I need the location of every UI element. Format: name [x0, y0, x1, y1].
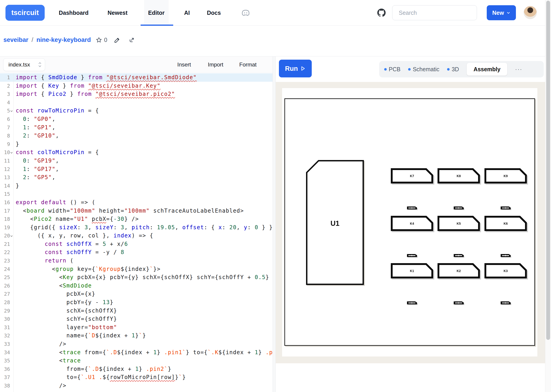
code-line[interactable]: 3import { Pico2 } from "@tsci/seveibar.p… [0, 90, 272, 98]
code-line[interactable]: 24 <group key={`Kgroup${index}`}> [0, 265, 272, 273]
breadcrumb-owner[interactable]: seveibar [3, 36, 29, 43]
code-text[interactable]: export default () => ( [16, 199, 95, 206]
avatar[interactable] [524, 6, 537, 19]
assembly-key-k3[interactable]: K3 [485, 263, 527, 278]
import-button[interactable]: Import [208, 56, 223, 73]
code-line[interactable]: 5const rowToMicroPin = { [0, 106, 272, 115]
assembly-key-k4[interactable]: K4 [391, 216, 433, 231]
assembly-diode[interactable] [501, 254, 511, 257]
code-line[interactable]: 32 name={`D${index + 1}`} [0, 331, 272, 340]
code-line[interactable]: 29 schX={schOffX} [0, 307, 272, 315]
code-text[interactable]: <group key={`Kgroup${index}`}> [16, 266, 161, 272]
nav-item-ai[interactable]: AI [180, 0, 194, 26]
code-text[interactable]: const schOffY = -y / 8 [16, 249, 124, 255]
code-line[interactable]: 18 <Pico2 name="U1" pcbX={-30} /> [0, 215, 272, 223]
edit-pencil-icon[interactable] [114, 37, 121, 43]
code-text[interactable]: import { SmdDiode } from "@tsci/seveibar… [16, 74, 197, 81]
code-text[interactable]: <Key pcbX={x} pcbY={y} schX={schOffX} sc… [16, 274, 272, 280]
insert-button[interactable]: Insert [177, 56, 191, 73]
pane-splitter[interactable] [272, 56, 276, 392]
nav-item-docs[interactable]: Docs [203, 0, 225, 26]
code-line[interactable]: 30 schY={schOffY} [0, 315, 272, 323]
code-line[interactable]: 8 2: "GP10", [0, 132, 272, 140]
code-line[interactable]: 21 const schOffX = 5 + x/6 [0, 240, 272, 248]
code-text[interactable]: const schOffX = 5 + x/6 [16, 241, 128, 247]
code-text[interactable]: to={`.U1 .${rowToMicroPin[row]}`} [16, 374, 186, 380]
assembly-chip-u1[interactable]: U1 [306, 160, 364, 285]
code-line[interactable]: 1import { SmdDiode } from "@tsci/seveiba… [0, 73, 272, 82]
code-text[interactable]: 2: "GP10", [16, 133, 59, 139]
code-text[interactable]: pcbX={x} [16, 291, 95, 297]
code-text[interactable]: <board width="100mm" height="100mm" schT… [16, 208, 244, 214]
code-line[interactable]: 31 layer="bottom" [0, 323, 272, 332]
assembly-key-k7[interactable]: K7 [391, 168, 433, 183]
assembly-diode[interactable] [501, 301, 511, 304]
code-line[interactable]: 14} [0, 182, 272, 190]
assembly-diode[interactable] [454, 254, 464, 257]
code-line[interactable]: 37 to={`.U1 .${rowToMicroPin[row]}`} [0, 373, 272, 382]
code-line[interactable]: 11 0: "GP19", [0, 157, 272, 165]
code-line[interactable]: 26 <SmdDiode [0, 282, 272, 290]
code-line[interactable]: 13 2: "GP5", [0, 173, 272, 182]
code-line[interactable]: 2import { Key } from "@tsci/seveibar.Key… [0, 82, 272, 90]
tab-pcb[interactable]: PCB [384, 66, 400, 73]
share-fork-icon[interactable] [128, 37, 135, 43]
code-text[interactable]: name={`D${index + 1}`} [16, 332, 146, 339]
code-line[interactable]: 15 [0, 190, 272, 198]
code-text[interactable]: 2: "GP5", [16, 174, 56, 181]
code-text[interactable]: const colToMicroPin = { [16, 149, 99, 155]
assembly-canvas[interactable]: U1 K7 K8 K9 K4 [276, 82, 545, 363]
file-select[interactable]: index.tsx [3, 58, 45, 71]
nav-item-newest[interactable]: Newest [103, 0, 132, 26]
tabs-more-icon[interactable]: ··· [515, 66, 522, 73]
format-button[interactable]: Format [239, 56, 257, 73]
code-text[interactable]: 0: "GP19", [16, 158, 59, 164]
code-text[interactable]: {grid({ sizeX: 3, sizeY: 3, pitch: 19.05… [16, 224, 272, 231]
search-input[interactable] [392, 5, 477, 20]
scrollbar-thumb[interactable] [546, 1, 550, 340]
nav-item-dashboard[interactable]: Dashboard [55, 0, 93, 26]
code-text[interactable]: pcbY={y - 13} [16, 299, 114, 306]
code-text[interactable]: 1: "GP17", [16, 166, 59, 172]
code-text[interactable]: from={`.D${index + 1} .pin2`} [16, 366, 171, 372]
code-line[interactable]: 20 ({ x, y, row, col }, index) => { [0, 231, 272, 240]
assembly-key-k9[interactable]: K9 [485, 168, 527, 183]
star-group[interactable]: 0 [95, 37, 107, 43]
code-line[interactable]: 19 {grid({ sizeX: 3, sizeY: 3, pitch: 19… [0, 223, 272, 232]
code-text[interactable]: <Pico2 name="U1" pcbX={-30} /> [16, 216, 139, 222]
page-scrollbar[interactable] [545, 0, 551, 392]
assembly-key-k2[interactable]: K2 [437, 263, 480, 278]
tscircuit-logo[interactable]: tscircuit [6, 5, 45, 21]
assembly-key-k5[interactable]: K5 [437, 216, 480, 231]
fold-chevron-icon[interactable] [10, 232, 14, 241]
code-line[interactable]: 7 1: "GP1", [0, 123, 272, 132]
assembly-key-k8[interactable]: K8 [437, 168, 480, 183]
code-line[interactable]: 25 <Key pcbX={x} pcbY={y} schX={schOffX}… [0, 273, 272, 282]
fold-chevron-icon[interactable] [10, 107, 14, 116]
code-text[interactable]: } [16, 141, 19, 147]
code-line[interactable]: 16export default () => ( [0, 198, 272, 207]
code-line[interactable]: 35 <trace [0, 357, 272, 365]
fold-chevron-icon[interactable] [10, 149, 14, 157]
code-line[interactable]: 34 <trace from={`.D${index + 1} .pin1`} … [0, 348, 272, 357]
tab-3d[interactable]: 3D [447, 66, 459, 73]
code-line[interactable]: 27 pcbX={x} [0, 290, 272, 298]
code-text[interactable]: schX={schOffX} [16, 308, 117, 314]
code-text[interactable]: import { Pico2 } from "@tsci/seveibar.pi… [16, 91, 175, 97]
code-line[interactable]: 23 return ( [0, 257, 272, 265]
assembly-key-k1[interactable]: K1 [391, 263, 433, 278]
code-text[interactable]: const rowToMicroPin = { [16, 107, 99, 114]
nav-item-editor[interactable]: Editor [144, 0, 169, 26]
assembly-diode[interactable] [407, 206, 417, 210]
breadcrumb-project[interactable]: nine-key-keyboard [36, 36, 91, 43]
code-line[interactable]: 4 [0, 98, 272, 107]
assembly-diode[interactable] [407, 301, 417, 304]
code-line[interactable]: 9} [0, 140, 272, 148]
code-line[interactable]: 28 pcbY={y - 13} [0, 298, 272, 307]
tab-schematic[interactable]: Schematic [408, 66, 439, 73]
github-icon[interactable] [376, 8, 386, 18]
assembly-diode[interactable] [407, 254, 417, 257]
code-text[interactable]: <trace from={`.D${index + 1} .pin1`} to=… [16, 349, 272, 356]
code-text[interactable]: /> [16, 382, 66, 389]
code-line[interactable]: 22 const schOffY = -y / 8 [0, 248, 272, 257]
